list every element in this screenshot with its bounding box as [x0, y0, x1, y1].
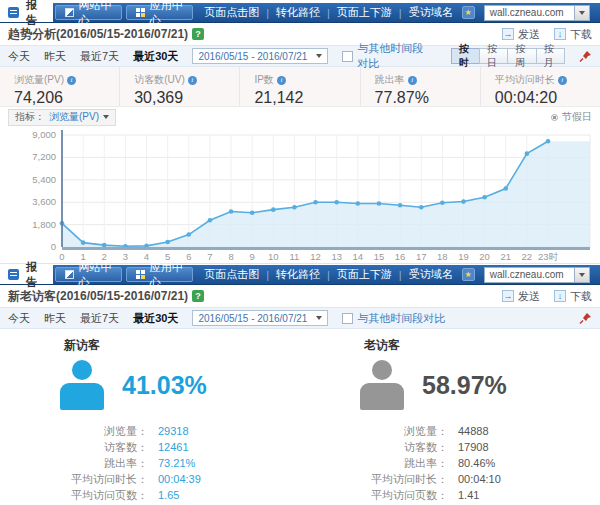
- tab-report[interactable]: 报告: [0, 265, 53, 284]
- nav-separator: |: [399, 269, 402, 281]
- svg-text:4: 4: [144, 251, 149, 262]
- metric-ip-label: IP数: [254, 73, 273, 87]
- nav-link-conversion-path[interactable]: 转化路径: [276, 267, 320, 282]
- filter-today[interactable]: 今天: [8, 311, 30, 326]
- holiday-toggle[interactable]: 节假日: [551, 110, 592, 124]
- download-button[interactable]: ↓ 下载: [554, 27, 592, 42]
- nav-separator: |: [399, 7, 402, 19]
- visitor-panel-actions: → 发送 ↓ 下载: [502, 289, 592, 304]
- chevron-down-icon: [316, 54, 322, 58]
- granularity-monthly-button[interactable]: 按月: [536, 48, 565, 64]
- stat-row: 浏览量： 44888: [330, 423, 570, 439]
- svg-text:18: 18: [437, 251, 448, 262]
- metric-pv-value: 74,206: [14, 89, 119, 107]
- nav-link-page-flow[interactable]: 页面上下游: [337, 267, 392, 282]
- granularity-weekly-button[interactable]: 按周: [507, 48, 536, 64]
- chevron-down-icon: [579, 11, 585, 15]
- info-icon[interactable]: i: [277, 76, 286, 85]
- chart-selector-row: 指标： 浏览量(PV) 节假日: [0, 107, 600, 127]
- date-range-select[interactable]: 2016/05/15 - 2016/07/21: [192, 48, 328, 64]
- info-icon[interactable]: i: [188, 76, 197, 85]
- granularity-hourly-button[interactable]: 按时: [451, 48, 480, 64]
- pin-button[interactable]: [579, 50, 592, 63]
- new-visitors-header: 新访客: [30, 337, 134, 354]
- nav-separator: |: [327, 269, 330, 281]
- nav-more-icon[interactable]: ★: [462, 6, 475, 19]
- svg-text:9,000: 9,000: [32, 129, 56, 140]
- site-selector[interactable]: wall.czneau.com: [484, 5, 590, 21]
- tab-app-center-label: 应用中心: [150, 260, 183, 290]
- nav-links: 页面点击图 | 转化路径 | 页面上下游 | 受访域名 ★: [195, 265, 484, 284]
- svg-text:0: 0: [59, 251, 64, 262]
- second-navbar: 报告 网站中心 应用中心 页面点击图 | 转化路径 | 页面上下游 | 受访域名…: [0, 265, 600, 285]
- nav-link-page-click-map[interactable]: 页面点击图: [204, 5, 259, 20]
- chart-metric-select-label: 指标：: [15, 110, 45, 124]
- info-icon[interactable]: i: [67, 76, 76, 85]
- chart-metric-select[interactable]: 指标： 浏览量(PV): [8, 109, 116, 126]
- top-navbar: 报告 网站中心 应用中心 页面点击图 | 转化路径 | 页面上下游 | 受访域名…: [0, 3, 600, 23]
- date-range-select[interactable]: 2016/05/15 - 2016/07/21: [192, 310, 328, 326]
- chevron-down-icon: [579, 273, 585, 277]
- compare-checkbox[interactable]: [342, 313, 353, 324]
- metric-duration-label-row: 平均访问时长 i: [495, 73, 600, 87]
- filter-today[interactable]: 今天: [8, 49, 30, 64]
- nav-more-icon[interactable]: ★: [462, 268, 475, 281]
- tab-site-center[interactable]: 网站中心: [55, 5, 122, 20]
- nav-link-conversion-path[interactable]: 转化路径: [276, 5, 320, 20]
- chevron-down-icon: [103, 115, 109, 119]
- compare-checkbox[interactable]: [342, 51, 353, 62]
- site-center-icon: [65, 8, 74, 17]
- metric-bounce-label-row: 跳出率 i: [375, 73, 480, 87]
- tab-app-center[interactable]: 应用中心: [126, 267, 193, 282]
- site-selector-value: wall.czneau.com: [485, 269, 574, 280]
- nav-link-visited-domains[interactable]: 受访域名: [409, 267, 453, 282]
- download-icon: ↓: [554, 28, 566, 40]
- svg-text:8: 8: [228, 251, 233, 262]
- nav-link-visited-domains[interactable]: 受访域名: [409, 5, 453, 20]
- date-range-value: 2016/05/15 - 2016/07/21: [198, 313, 307, 324]
- filter-last30days[interactable]: 最近30天: [133, 49, 178, 64]
- date-range-value: 2016/05/15 - 2016/07/21: [198, 51, 307, 62]
- filter-last7days[interactable]: 最近7天: [80, 49, 119, 64]
- filter-last7days[interactable]: 最近7天: [80, 311, 119, 326]
- nav-links: 页面点击图 | 转化路径 | 页面上下游 | 受访域名 ★: [195, 3, 484, 22]
- report-icon: [8, 269, 19, 280]
- compare-toggle[interactable]: 与其他时间段对比: [342, 311, 445, 326]
- metric-pv-label-row: 浏览量(PV) i: [14, 73, 119, 87]
- nav-link-page-flow[interactable]: 页面上下游: [337, 5, 392, 20]
- site-selector[interactable]: wall.czneau.com: [484, 267, 590, 283]
- info-icon[interactable]: i: [558, 76, 567, 85]
- filter-yesterday[interactable]: 昨天: [44, 49, 66, 64]
- info-icon[interactable]: i: [408, 76, 417, 85]
- tab-report[interactable]: 报告: [0, 3, 53, 22]
- report-icon: [8, 7, 19, 18]
- tab-app-center[interactable]: 应用中心: [126, 5, 193, 20]
- filter-yesterday[interactable]: 昨天: [44, 311, 66, 326]
- site-selector-dropdown-button[interactable]: [574, 268, 589, 282]
- help-icon[interactable]: ?: [192, 28, 204, 40]
- nav-link-page-click-map[interactable]: 页面点击图: [204, 267, 259, 282]
- visitor-comparison: 新访客 41.03% 浏览量： 29318 访客数： 12461 跳出率：: [0, 329, 600, 503]
- tab-site-center[interactable]: 网站中心: [55, 267, 122, 282]
- metric-avg-duration: 平均访问时长 i 00:04:20: [481, 67, 600, 106]
- site-selector-dropdown-button[interactable]: [574, 6, 589, 20]
- send-button[interactable]: → 发送: [502, 289, 540, 304]
- old-visitors-column: 老访客 58.97% 浏览量： 44888 访客数： 17908 跳出率：: [300, 337, 600, 503]
- site-center-icon: [65, 270, 74, 279]
- send-button[interactable]: → 发送: [502, 27, 540, 42]
- pin-button[interactable]: [579, 312, 592, 325]
- tab-report-label: 报告: [26, 260, 41, 290]
- filter-last30days[interactable]: 最近30天: [133, 311, 178, 326]
- stat-row: 浏览量： 29318: [30, 423, 270, 439]
- download-label: 下载: [570, 27, 592, 42]
- granularity-daily-button[interactable]: 按日: [479, 48, 508, 64]
- tab-report-label: 报告: [26, 0, 41, 28]
- download-button[interactable]: ↓ 下载: [554, 289, 592, 304]
- svg-text:7,200: 7,200: [32, 151, 56, 162]
- svg-text:0: 0: [51, 241, 56, 252]
- trend-metrics-row: 浏览量(PV) i 74,206 访客数(UV) i 30,369 IP数 i …: [0, 67, 600, 107]
- send-label: 发送: [518, 27, 540, 42]
- metric-duration-value: 00:04:20: [495, 89, 600, 107]
- nav-separator: |: [266, 269, 269, 281]
- help-icon[interactable]: ?: [192, 290, 204, 302]
